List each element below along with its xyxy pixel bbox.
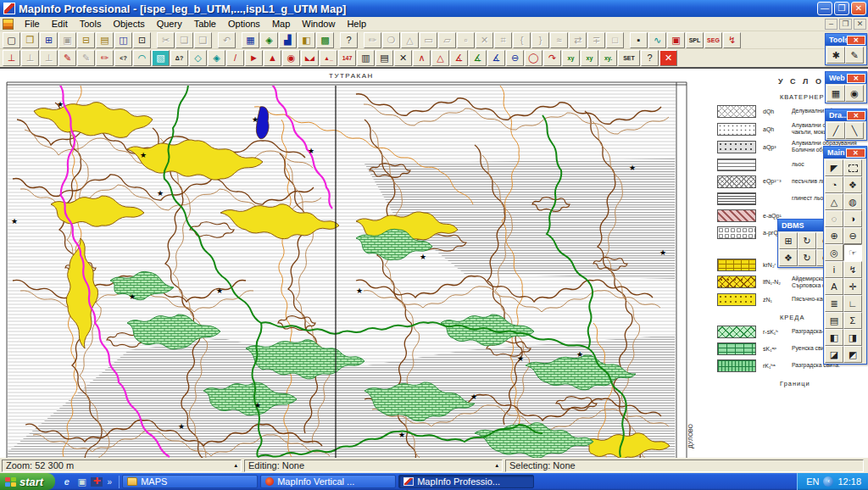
select-tool[interactable]: ◤	[825, 159, 843, 176]
help-2-button[interactable]: ?	[641, 50, 659, 66]
quicklaunch-flag[interactable]	[91, 477, 103, 487]
tools-toolbar-palette[interactable]: Tools✕ ✱✎	[825, 33, 867, 65]
close-icon[interactable]: ✕	[847, 74, 866, 83]
toolbar-separator[interactable]	[236, 32, 241, 48]
menu-window[interactable]: Window	[296, 18, 341, 30]
draw-polygon-tool[interactable]: △	[401, 32, 419, 48]
menu-map[interactable]: Map	[266, 18, 296, 30]
draw-ellipse-tool[interactable]: ❍	[382, 32, 400, 48]
query-what-tool[interactable]: <?	[114, 50, 132, 66]
minimize-button[interactable]: —	[817, 2, 832, 15]
child-minimize-button[interactable]: –	[825, 19, 837, 30]
undo-button[interactable]: ↶	[218, 32, 236, 48]
toolbar-separator[interactable]	[152, 32, 156, 48]
grid-2-tool[interactable]: ▤	[376, 50, 393, 66]
unselect-all-tool[interactable]: ◌	[825, 210, 843, 227]
copy-button[interactable]: ❏	[175, 32, 193, 48]
polygon-select-tool[interactable]: △	[825, 193, 843, 210]
new-table-button[interactable]: ▢	[3, 32, 20, 48]
split-button[interactable]: SPL	[686, 32, 704, 48]
new-layout-button[interactable]: ◧	[298, 32, 315, 48]
reshape-tool[interactable]: □	[606, 32, 624, 48]
menu-options[interactable]: Options	[222, 18, 266, 30]
map-window[interactable]: У С Л О В Н И КВАТЕРНЕР dQh Делувиални о…	[0, 68, 868, 458]
line-draw-tool[interactable]: ╲	[845, 122, 864, 139]
arc-red-tool[interactable]: ↷	[543, 50, 561, 66]
circle-red-tool[interactable]: ◯	[525, 50, 542, 66]
close-button[interactable]: ✕	[851, 2, 866, 15]
assign-district-tool[interactable]: ◨	[843, 329, 862, 346]
seg-button[interactable]: SEG	[704, 32, 722, 48]
help-button[interactable]: ?	[340, 32, 358, 48]
set-button[interactable]: SET	[618, 50, 640, 66]
open-dbms-table-tool[interactable]: ⊞	[779, 232, 798, 249]
pan-tool[interactable]: ☞	[843, 244, 862, 261]
draw-symbol-tool[interactable]: ✏	[364, 32, 381, 48]
drawing-toolbar-palette[interactable]: Dra...✕ ╱╲	[825, 109, 867, 141]
snap-button[interactable]: ▪	[630, 32, 648, 48]
status-editing[interactable]: Editing: None▴	[244, 459, 503, 472]
child-restore-button[interactable]: ❐	[839, 19, 852, 30]
arc-draw-tool[interactable]: ╱	[826, 122, 845, 139]
close-icon[interactable]: ✕	[847, 36, 866, 45]
close-toolbar-button[interactable]: ✕	[659, 50, 677, 66]
exchange-tool[interactable]: ⇄	[569, 32, 587, 48]
add-node-tool[interactable]: ⌗	[494, 32, 512, 48]
web-search-tool[interactable]: ◉	[845, 85, 864, 102]
toolbar-separator[interactable]	[335, 32, 339, 48]
draw-parallelogram-tool[interactable]: ▱	[438, 32, 456, 48]
radius-select-tool[interactable]: ◔	[825, 176, 843, 193]
grid-tool[interactable]: ▥	[357, 50, 375, 66]
task-mapinfo-vertical[interactable]: MapInfo Vertical ...	[260, 475, 396, 488]
child-close-button[interactable]: ✕	[854, 19, 866, 30]
run-mapbasic-tool[interactable]: ✱	[826, 47, 845, 64]
smooth-tool[interactable]: ≈	[550, 32, 568, 48]
draw-frame-tool[interactable]: ▫	[457, 32, 475, 48]
dip-angle-2-tool[interactable]: ∡	[469, 50, 487, 66]
section-tool[interactable]: ▲_	[320, 50, 337, 66]
strike-dip-3-tool[interactable]: ⊥	[40, 50, 58, 66]
color-brush-2-tool[interactable]: ✎	[77, 50, 95, 66]
toolbar-separator[interactable]	[359, 32, 363, 48]
mappable-dbms-tool[interactable]: ❖	[779, 249, 798, 266]
quicklaunch-app[interactable]: ▣	[75, 476, 88, 488]
legend-tool[interactable]: ▤	[825, 312, 843, 329]
new-redistricter-button[interactable]: ▩	[316, 32, 334, 48]
open-workspace-button[interactable]: ▤	[96, 32, 114, 48]
offset-tool[interactable]: ∓	[587, 32, 605, 48]
label-tool[interactable]: A	[825, 278, 843, 295]
open-table-button[interactable]: ❒	[21, 32, 39, 48]
save-workspace-button[interactable]: ⊟	[77, 32, 95, 48]
draw-rectangle-tool[interactable]: ▭	[420, 32, 437, 48]
map-canvas[interactable]: ★★★★★★★★★★★★★★★★★★ ТУТРАКАН ДУЛОВО	[0, 69, 704, 458]
language-indicator[interactable]: EN	[806, 476, 819, 487]
status-selecting[interactable]: Selecting: None	[505, 459, 864, 472]
polygon-teal-tool[interactable]: ◇	[189, 50, 207, 66]
new-mapper-button[interactable]: ◈	[260, 32, 278, 48]
elevation-label-tool[interactable]: 147	[338, 50, 356, 66]
quicklaunch-ie[interactable]: e	[60, 476, 73, 488]
xy-point-tool[interactable]: xy.	[599, 50, 617, 66]
graph-select-tool[interactable]: ◍	[843, 193, 862, 210]
close-icon[interactable]: ✕	[846, 148, 866, 158]
open-dbms-button[interactable]: ⊞	[40, 32, 58, 48]
flow-tool[interactable]: ►	[245, 50, 263, 66]
tools-palette-titlebar[interactable]: Tools✕	[826, 34, 866, 46]
vent-tool[interactable]: Δ?	[170, 50, 188, 66]
set-clip-region-tool[interactable]: ◩	[843, 346, 862, 363]
web-toolbar-palette[interactable]: Web ...✕ ▦◉	[825, 71, 867, 103]
dip-angle-3-tool[interactable]: ∡	[487, 50, 505, 66]
fold-tool[interactable]: ▲	[264, 50, 281, 66]
web-image-tool[interactable]: ▦	[826, 85, 845, 102]
toolbar-separator[interactable]	[625, 32, 629, 48]
splice-button[interactable]: ↯	[723, 32, 741, 48]
statistics-tool[interactable]: Σ	[843, 312, 862, 329]
ruler-tool[interactable]: ∟	[843, 295, 862, 312]
trace-button[interactable]: ∿	[648, 32, 666, 48]
color-brush-3-tool[interactable]: ✏	[96, 50, 114, 66]
strike-dip-tool[interactable]: ⊥	[3, 50, 20, 66]
zoom-out-tool[interactable]: ⊖	[843, 227, 862, 244]
cut-button[interactable]: ✂	[157, 32, 175, 48]
save-table-button[interactable]: ▣	[58, 32, 76, 48]
clip-region-tool[interactable]: ◪	[825, 346, 843, 363]
